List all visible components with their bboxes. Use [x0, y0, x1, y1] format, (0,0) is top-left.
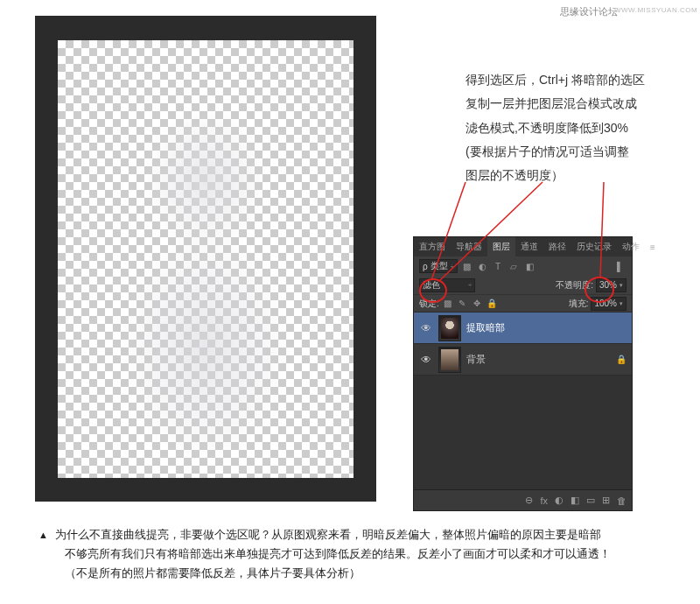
filter-toggle-icon[interactable]: ▌ [613, 260, 626, 273]
caption-line: 不够亮所有我们只有将暗部选出来单独提亮才可达到降低反差的结果。反差小了画面才可以… [38, 544, 668, 564]
filter-type-dropdown[interactable]: ρ 类型 ÷ [419, 259, 458, 273]
ghost-layer-preview [58, 40, 354, 478]
lock-row: 锁定: ▩ ✎ ✥ 🔒 填充: 100%▾ [414, 295, 632, 313]
layers-list: 👁 提取暗部 👁 背景 🔒 [414, 313, 632, 376]
blend-mode-dropdown[interactable]: 滤色÷ [419, 278, 475, 292]
new-adjustment-icon[interactable]: ◧ [570, 495, 579, 506]
layer-row-extracted-dark[interactable]: 👁 提取暗部 [414, 313, 632, 344]
link-layers-icon[interactable]: ⊖ [525, 495, 533, 506]
lock-move-icon[interactable]: ✥ [471, 297, 484, 310]
fill-label: 填充: [569, 298, 589, 310]
tab-histogram[interactable]: 直方图 [414, 237, 451, 256]
new-group-icon[interactable]: ▭ [586, 495, 595, 506]
lock-all-icon[interactable]: 🔒 [486, 297, 499, 310]
caption-line: （不是所有的照片都需要降低反差，具体片子要具体分析） [38, 564, 668, 583]
tab-history[interactable]: 历史记录 [571, 237, 617, 256]
layer-thumbnail[interactable] [438, 315, 461, 341]
filter-smart-icon[interactable]: ◧ [523, 260, 536, 273]
filter-text-icon[interactable]: T [492, 260, 505, 273]
canvas-frame [35, 16, 376, 502]
instruction-line: 图层的不透明度） [466, 164, 676, 187]
delete-layer-icon[interactable]: 🗑 [617, 495, 626, 506]
visibility-eye-icon[interactable]: 👁 [419, 354, 433, 366]
panel-footer: ⊖ fx ◐ ◧ ▭ ⊞ 🗑 [414, 489, 632, 510]
instruction-line: (要根据片子的情况可适当调整 [466, 140, 676, 164]
filter-row: ρ 类型 ÷ ▩ ◐ T ▱ ◧ ▌ [414, 256, 632, 276]
caption-block: ▲为什么不直接曲线提亮，非要做个选区呢？从原图观察来看，明暗反差偏大，整体照片偏… [38, 525, 668, 583]
layer-thumbnail[interactable] [438, 347, 461, 373]
opacity-value-input[interactable]: 30%▾ [596, 278, 626, 292]
watermark-url: WWW.MISSYUAN.COM [614, 6, 697, 14]
layer-name[interactable]: 背景 [466, 353, 486, 366]
fill-value-input[interactable]: 100%▾ [591, 297, 626, 311]
lock-transparency-icon[interactable]: ▩ [441, 297, 454, 310]
triangle-bullet-icon: ▲ [38, 530, 48, 540]
filter-shape-icon[interactable]: ▱ [508, 260, 521, 273]
tab-layers[interactable]: 图层 [487, 237, 515, 256]
visibility-eye-icon[interactable]: 👁 [419, 322, 433, 334]
caption-line: ▲为什么不直接曲线提亮，非要做个选区呢？从原图观察来看，明暗反差偏大，整体照片偏… [38, 525, 668, 544]
lock-brush-icon[interactable]: ✎ [456, 297, 469, 310]
instruction-line: 复制一层并把图层混合模式改成 [466, 92, 676, 116]
tab-paths[interactable]: 路径 [543, 237, 571, 256]
tab-navigator[interactable]: 导航器 [451, 237, 487, 256]
tab-channels[interactable]: 通道 [515, 237, 543, 256]
layers-empty-area[interactable] [414, 376, 632, 489]
blend-row: 滤色÷ 不透明度: 30%▾ [414, 276, 632, 295]
opacity-label: 不透明度: [556, 279, 593, 291]
tab-actions[interactable]: 动作 [617, 237, 645, 256]
instruction-text: 得到选区后，Ctrl+j 将暗部的选区 复制一层并把图层混合模式改成 滤色模式,… [466, 68, 676, 187]
watermark-text: 思缘设计论坛 [560, 5, 618, 18]
canvas-transparency[interactable] [58, 40, 354, 478]
instruction-line: 得到选区后，Ctrl+j 将暗部的选区 [466, 68, 676, 92]
panel-menu-icon[interactable]: ≡ [645, 241, 661, 254]
layer-fx-icon[interactable]: fx [540, 495, 548, 506]
lock-icon[interactable]: 🔒 [616, 355, 626, 364]
layer-row-background[interactable]: 👁 背景 🔒 [414, 344, 632, 376]
filter-pixel-icon[interactable]: ▩ [460, 260, 473, 273]
new-layer-icon[interactable]: ⊞ [602, 495, 610, 506]
layers-panel: 直方图 导航器 图层 通道 路径 历史记录 动作 ≡ ρ 类型 ÷ ▩ ◐ T … [413, 236, 633, 511]
lock-label: 锁定: [419, 298, 439, 310]
filter-adjust-icon[interactable]: ◐ [476, 260, 489, 273]
instruction-line: 滤色模式,不透明度降低到30% [466, 116, 676, 140]
layer-mask-icon[interactable]: ◐ [555, 495, 564, 506]
panel-tabs: 直方图 导航器 图层 通道 路径 历史记录 动作 ≡ [414, 237, 632, 256]
layer-name[interactable]: 提取暗部 [466, 321, 505, 334]
